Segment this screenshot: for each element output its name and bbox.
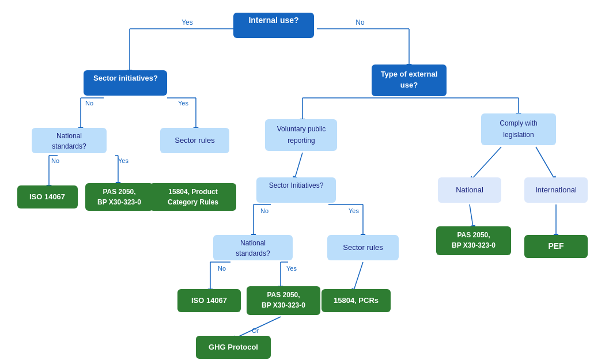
- node-national-label: National: [456, 185, 483, 194]
- label-no-sector1: No: [85, 100, 93, 107]
- node-sector-rules2-label: Sector rules: [343, 243, 383, 252]
- node-pas2050-2-l1: PAS 2050,: [267, 291, 300, 299]
- node-prod-cat-l1: 15804, Product: [168, 188, 217, 196]
- label-yes-sector1: Yes: [178, 100, 188, 107]
- label-no-nat1: No: [51, 157, 59, 164]
- node-type-external-label1: Type of external: [381, 70, 438, 78]
- node-internal-use-label: Internal use?: [248, 16, 298, 25]
- node-comply-legislation: [481, 113, 556, 145]
- label-yes-nat1: Yes: [118, 157, 128, 164]
- node-national-standards2-l1: National: [240, 239, 266, 247]
- svg-line-17: [470, 147, 501, 181]
- node-iso14067-1-label: ISO 14067: [29, 192, 65, 201]
- label-or: Or: [252, 327, 259, 334]
- node-voluntary-l1: Voluntary public: [277, 125, 326, 133]
- node-national-standards1-l2: standards?: [52, 142, 86, 150]
- node-pas2050-nat-l2: BP X30-323-0: [452, 241, 496, 249]
- node-type-external-label2: use?: [400, 81, 418, 89]
- node-sector-initiatives1-label: Sector initiatives?: [93, 74, 158, 82]
- node-sector-initiatives2-l1: Sector Initiatives?: [269, 181, 324, 189]
- node-sector-rules1-label: Sector rules: [175, 136, 215, 145]
- node-ghg-protocol-label: GHG Protocol: [209, 343, 258, 351]
- label-yes-internal: Yes: [181, 18, 193, 26]
- label-yes-sector2: Yes: [349, 207, 359, 214]
- node-pas2050-2-l2: BP X30-323-0: [262, 301, 305, 309]
- svg-line-29: [353, 262, 363, 294]
- node-pcrs-label: 15804, PCRs: [334, 296, 379, 305]
- node-national-standards1-l1: National: [56, 132, 82, 140]
- node-comply-l1: Comply with: [500, 119, 537, 127]
- label-yes-nat2: Yes: [286, 265, 297, 272]
- node-pas2050-1-l1: PAS 2050,: [103, 188, 135, 196]
- node-pas2050-1-l2: BP X30-323-0: [97, 198, 141, 206]
- node-national-standards2-l2: standards?: [236, 249, 270, 257]
- svg-line-16: [294, 153, 302, 181]
- node-voluntary-reporting: [265, 119, 337, 151]
- node-voluntary-l2: reporting: [288, 136, 315, 145]
- label-no-internal: No: [355, 18, 365, 26]
- node-international-label: International: [535, 185, 577, 194]
- node-comply-l2: legislation: [503, 131, 534, 139]
- node-prod-cat-l2: Category Rules: [168, 198, 218, 206]
- node-pas2050-nat-l1: PAS 2050,: [457, 231, 490, 239]
- label-no-nat2: No: [218, 265, 226, 272]
- node-iso14067-2-label: ISO 14067: [191, 296, 227, 305]
- svg-line-18: [536, 147, 556, 181]
- label-no-sector2: No: [260, 207, 268, 214]
- node-pef-label: PEF: [548, 241, 564, 251]
